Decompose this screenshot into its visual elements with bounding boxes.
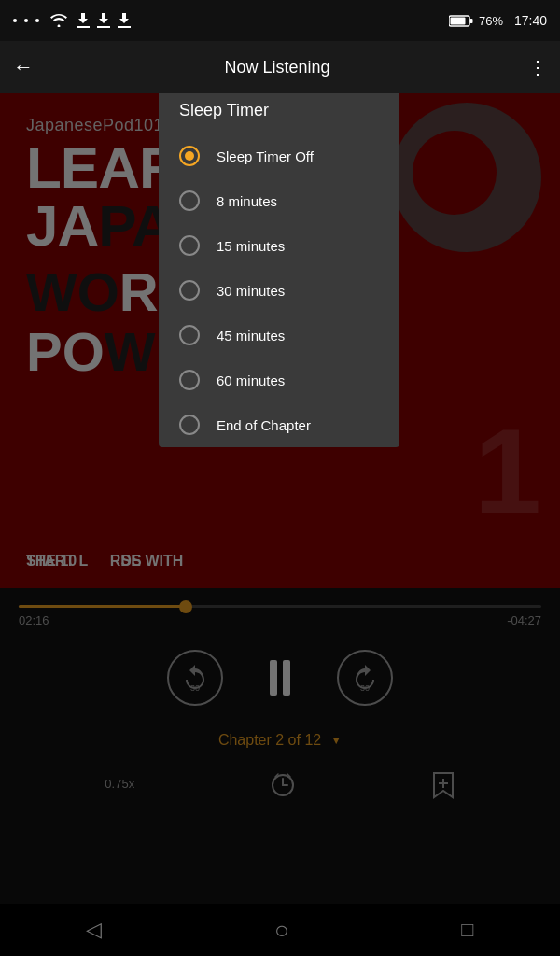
- radio-chapter: [179, 415, 200, 435]
- radio-inner-off: [185, 151, 194, 161]
- svg-rect-1: [450, 17, 465, 24]
- radio-off: [179, 146, 200, 166]
- status-left: [13, 13, 131, 28]
- download-icon-1: [77, 13, 90, 28]
- status-bar: 76% 17:40: [0, 0, 560, 41]
- sleep-timer-option-30[interactable]: 30 minutes: [159, 268, 399, 313]
- top-bar: ← Now Listening ⋮: [0, 41, 560, 93]
- option-label-8: 8 minutes: [217, 193, 277, 209]
- menu-button[interactable]: ⋮: [528, 56, 547, 78]
- battery-icon: [449, 15, 473, 27]
- sleep-timer-option-45[interactable]: 45 minutes: [159, 313, 399, 358]
- sleep-timer-option-15[interactable]: 15 minutes: [159, 223, 399, 268]
- download-icon-2: [97, 13, 110, 28]
- wifi-icon: [50, 14, 67, 27]
- radio-8: [179, 190, 200, 211]
- status-dot-3: [35, 19, 39, 22]
- radio-15: [179, 235, 200, 256]
- sleep-timer-dialog: Sleep Timer Sleep Timer Off 8 minutes 15…: [159, 82, 399, 447]
- option-label-60: 60 minutes: [217, 373, 285, 388]
- option-label-30: 30 minutes: [217, 283, 285, 299]
- battery-percent: 76%: [479, 14, 503, 28]
- status-right: 76% 17:40: [449, 13, 547, 28]
- sleep-timer-option-60[interactable]: 60 minutes: [159, 358, 399, 402]
- radio-30: [179, 280, 200, 301]
- status-dot-1: [13, 19, 17, 22]
- sleep-timer-option-off[interactable]: Sleep Timer Off: [159, 134, 399, 178]
- top-bar-title: Now Listening: [7, 58, 547, 77]
- status-time: 17:40: [514, 13, 547, 28]
- radio-60: [179, 370, 200, 390]
- svg-rect-2: [469, 19, 472, 23]
- option-label-15: 15 minutes: [217, 238, 285, 254]
- radio-45: [179, 325, 200, 345]
- sleep-timer-option-chapter[interactable]: End of Chapter: [159, 402, 399, 447]
- status-dot-2: [24, 19, 28, 22]
- download-icon-3: [118, 13, 131, 28]
- option-label-45: 45 minutes: [217, 328, 285, 344]
- option-label-chapter: End of Chapter: [217, 417, 311, 433]
- sleep-timer-option-8[interactable]: 8 minutes: [159, 178, 399, 223]
- option-label-off: Sleep Timer Off: [217, 148, 314, 164]
